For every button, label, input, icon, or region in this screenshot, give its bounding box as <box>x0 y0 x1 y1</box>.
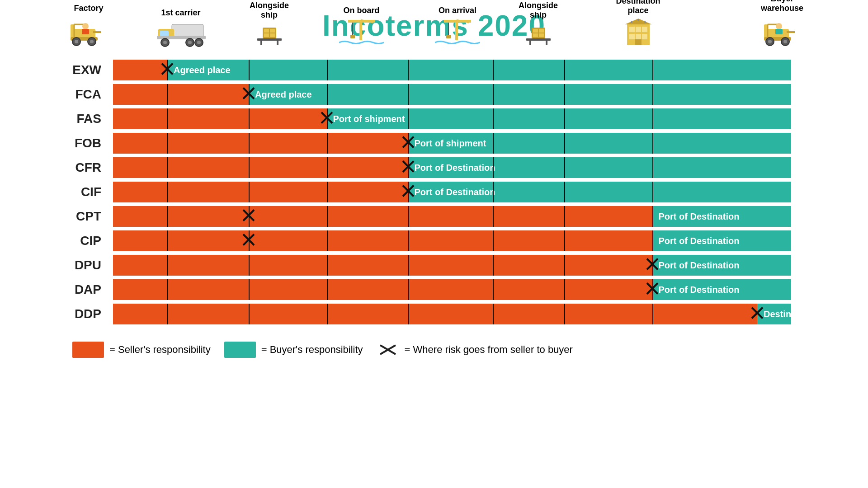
svg-rect-69 <box>775 29 783 34</box>
term-code-CFR: CFR <box>75 160 101 175</box>
vline-DPU-66.5 <box>564 255 565 276</box>
alongside-ship-2-label: Alongside ship <box>519 1 558 20</box>
vline-FAS-66.5 <box>564 108 565 129</box>
vline-FCA-31.5 <box>327 84 328 105</box>
x-mark-CFR <box>401 160 415 176</box>
svg-point-21 <box>197 41 201 44</box>
teal-bar-FOB: Port of shipment <box>408 133 792 154</box>
vline-FOB-31.5 <box>327 133 328 154</box>
vline-CFR-66.5 <box>564 157 565 178</box>
vline-FAS-43.5 <box>408 108 409 129</box>
svg-rect-53 <box>635 39 642 45</box>
vline-CFR-31.5 <box>327 157 328 178</box>
x-mark-CPT <box>241 208 256 225</box>
teal-bar-CIP: Port of Destination <box>652 230 792 251</box>
legend-teal-box <box>224 342 256 358</box>
term-code-DPU: DPU <box>75 258 101 272</box>
svg-point-55 <box>631 21 632 23</box>
vline-CPT-79.5 <box>652 206 653 227</box>
x-mark-CIP <box>241 233 256 249</box>
vline-CIF-8 <box>167 182 168 202</box>
term-code-DDP: DDP <box>75 307 101 321</box>
mid-orange-CIP <box>249 230 652 251</box>
x-mark-FOB <box>401 135 415 152</box>
term-row-FAS: Port of shipmentFAS <box>113 108 791 129</box>
icon-alongside-ship-2: Alongside ship <box>520 1 557 47</box>
vline-DDP-66.5 <box>564 304 565 324</box>
teal-bar-DAP: Port of Destination <box>652 279 792 300</box>
vline-DPU-31.5 <box>327 255 328 276</box>
1st-carrier-label: 1st carrier <box>161 8 200 18</box>
on-arrival-label: On arrival <box>439 6 476 16</box>
x-mark-FCA <box>241 86 256 103</box>
legend-buyer: = Buyer's responsibility <box>224 342 363 358</box>
term-row-FCA: Agreed placeFCA <box>113 84 791 105</box>
vline-FOB-8 <box>167 133 168 154</box>
vline-DAP-20 <box>249 279 250 300</box>
teal-label-FOB: Port of shipment <box>415 138 486 149</box>
vline-EXW-56 <box>493 60 494 80</box>
term-row-DDP: DestinationDDP <box>113 304 791 324</box>
term-code-CIF: CIF <box>81 185 101 199</box>
vline-FAS-8 <box>167 108 168 129</box>
vline-CPT-31.5 <box>327 206 328 227</box>
legend-orange-box <box>72 342 104 358</box>
vline-CIF-66.5 <box>564 182 565 202</box>
svg-point-57 <box>644 21 646 23</box>
term-row-CPT: Port of DestinationCPT <box>113 206 791 227</box>
orange-bar-FOB <box>113 133 408 154</box>
orange-bar-CFR <box>113 157 408 178</box>
vline-EXW-20 <box>249 60 250 80</box>
orange-bar-CPT <box>113 206 249 227</box>
vline-CPT-66.5 <box>564 206 565 227</box>
factory-label: Factory <box>74 4 103 14</box>
vline-FCA-66.5 <box>564 84 565 105</box>
term-code-CPT: CPT <box>76 209 101 224</box>
x-mark-DAP <box>645 282 660 298</box>
icon-1st-carrier: 1st carrier <box>156 8 206 47</box>
destination-place-label: Destination place <box>616 0 661 16</box>
term-code-CIP: CIP <box>80 234 101 248</box>
vline-DAP-56 <box>493 279 494 300</box>
vline-CPT-8 <box>167 206 168 227</box>
icon-alongside-ship-1: Alongside ship <box>251 1 288 47</box>
svg-rect-48 <box>636 27 641 32</box>
vline-CIF-79.5 <box>652 182 653 202</box>
vline-DDP-79.5 <box>652 304 653 324</box>
teal-label-DDP: Destination <box>764 309 813 319</box>
vline-FAS-79.5 <box>652 108 653 129</box>
teal-label-EXW: Agreed place <box>174 65 231 75</box>
svg-point-65 <box>768 40 772 43</box>
teal-label-CIP: Port of Destination <box>659 236 740 246</box>
x-mark-legend-icon <box>377 342 399 358</box>
term-row-CIP: Port of DestinationCIP <box>113 230 791 251</box>
term-row-DAP: Port of DestinationDAP <box>113 279 791 300</box>
svg-point-10 <box>82 23 89 29</box>
vline-DDP-8 <box>167 304 168 324</box>
orange-bar-CIF <box>113 182 408 202</box>
vline-CFR-8 <box>167 157 168 178</box>
svg-point-56 <box>637 19 639 21</box>
teal-bar-CIF: Port of Destination <box>408 182 792 202</box>
teal-label-DAP: Port of Destination <box>659 285 740 295</box>
svg-rect-45 <box>546 41 547 45</box>
vline-CFR-20 <box>249 157 250 178</box>
svg-rect-26 <box>257 38 282 41</box>
icon-on-arrival: On arrival <box>433 6 482 47</box>
term-row-DPU: Port of DestinationDPU <box>113 255 791 276</box>
svg-rect-29 <box>359 20 362 40</box>
term-code-FCA: FCA <box>75 87 101 102</box>
teal-label-FCA: Agreed place <box>255 89 312 100</box>
vline-DAP-43.5 <box>408 279 409 300</box>
teal-bar-FAS: Port of shipment <box>327 108 792 129</box>
teal-label-DPU: Port of Destination <box>659 260 740 271</box>
icon-buyer-warehouse: Buyer warehouse <box>764 0 800 47</box>
teal-label-CIF: Port of Destination <box>415 187 495 197</box>
legend-seller: = Seller's responsibility <box>72 342 211 358</box>
vline-DPU-20 <box>249 255 250 276</box>
vline-CFR-79.5 <box>652 157 653 178</box>
svg-point-17 <box>163 41 167 44</box>
vline-CIP-56 <box>493 230 494 251</box>
icon-factory: Factory <box>61 4 116 47</box>
legend-seller-text: = Seller's responsibility <box>109 344 211 356</box>
